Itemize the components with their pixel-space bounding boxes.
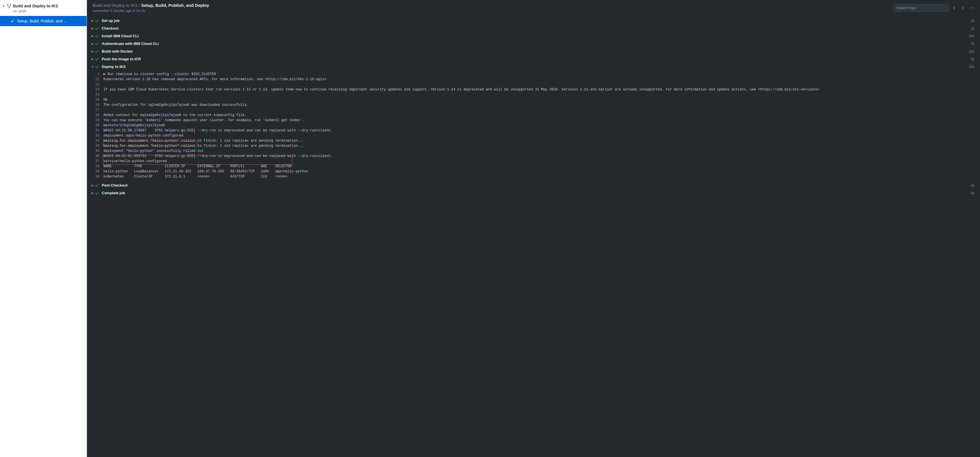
line-text: The configuration for bq1sm2gd0sjtps7ajo… <box>103 102 974 107</box>
line-text <box>103 92 974 97</box>
check-icon <box>95 50 100 53</box>
line-text: NAME TYPE CLUSTER-IP EXTERNAL-IP PORT(S)… <box>103 164 974 169</box>
log-line: 38NAME TYPE CLUSTER-IP EXTERNAL-IP PORT(… <box>87 164 980 169</box>
check-icon <box>95 184 100 187</box>
line-number: 34 <box>87 143 103 149</box>
search-input[interactable] <box>893 4 949 12</box>
line-text: Waiting for deployment "hello-python" ro… <box>103 138 974 143</box>
step-name: Install IBM Cloud CLI <box>100 34 969 38</box>
step-row[interactable]: ▶Install IBM Cloud CLI15s <box>87 32 980 40</box>
check-icon <box>10 19 14 23</box>
line-number: 23 <box>87 87 103 92</box>
run-status-line: succeeded 5 minutes ago in 1m 8s <box>92 9 890 13</box>
log-line: 25OK <box>87 97 980 102</box>
step-row[interactable]: ▶Complete job0s <box>87 189 980 197</box>
step-row[interactable]: ▼Deploy to IKS16s <box>87 63 980 70</box>
step-duration: 7s <box>970 42 974 46</box>
log-line: 32deployment.apps/hello-python configure… <box>87 133 980 138</box>
check-icon <box>95 26 100 30</box>
step-row[interactable]: ▶Set up job2s <box>87 17 980 24</box>
step-name: Authenticate with IBM Cloud CLI <box>100 42 970 46</box>
step-row[interactable]: ▶Authenticate with IBM Cloud CLI7s <box>87 40 980 48</box>
caret-down-icon: ▼ <box>90 65 95 68</box>
caret-right-icon: ▶ <box>90 192 95 195</box>
log-line: 28Added context for bq1sm2gd0sjtps7ajoa0… <box>87 113 980 118</box>
step-row[interactable]: ▶Post Checkout0s <box>87 181 980 189</box>
step-duration: 15s <box>969 34 974 38</box>
line-text: ▶ Run ibmcloud ks cluster config --clust… <box>103 72 974 77</box>
step-duration: 2s <box>970 19 974 23</box>
kebab-icon[interactable]: ··· <box>969 6 974 10</box>
breadcrumb-root[interactable]: Build and Deploy to IKS <box>92 3 137 8</box>
line-text: Kubernetes version 1.16 has removed depr… <box>103 77 974 82</box>
workflow-sidebar: ▼ Build and Deploy to IKS on: push Setup… <box>0 0 87 457</box>
log-line: 22 <box>87 82 980 87</box>
log-line: 1▶ Run ibmcloud ks cluster config --clus… <box>87 72 980 77</box>
next-icon[interactable] <box>961 6 966 10</box>
log-line: 35deployment "hello-python" successfully… <box>87 149 980 153</box>
main-header: Build and Deploy to IKS / Setup, Build, … <box>87 0 980 16</box>
line-text: service/hello-python configured <box>103 159 974 164</box>
line-number: 40 <box>87 174 103 179</box>
log-line: 36W0423 04:22:01.653732 3792 helpers.go:… <box>87 153 980 159</box>
line-number: 38 <box>87 164 103 169</box>
check-icon <box>95 34 100 38</box>
svg-point-2 <box>8 7 10 8</box>
log-line: 23If you have IBM Cloud Kubernetes Servi… <box>87 87 980 92</box>
step-name: Set up job <box>100 19 970 23</box>
line-number: 22 <box>87 82 103 87</box>
workflow-icon <box>7 4 11 8</box>
log-line: 37service/hello-python configured <box>87 159 980 164</box>
step-duration: 0s <box>970 184 974 187</box>
line-text <box>103 107 974 113</box>
line-number: 39 <box>87 169 103 174</box>
step-name: Post Checkout <box>100 183 970 187</box>
breadcrumb: Build and Deploy to IKS / Setup, Build, … <box>92 3 890 8</box>
line-text: kubernetes ClusterIP 172.21.0.1 <none> 4… <box>103 174 974 179</box>
line-text <box>103 82 974 87</box>
breadcrumb-current: Setup, Build, Publish, and Deploy <box>141 3 209 8</box>
main-panel: Build and Deploy to IKS / Setup, Build, … <box>87 0 980 457</box>
line-text: OK <box>103 97 974 102</box>
line-number: 36 <box>87 153 103 159</box>
steps-list: ▶Set up job2s▶Checkout1s▶Install IBM Clo… <box>87 16 980 208</box>
line-text: markstur2/bq1sm2gd0sjtps7ajoa0 <box>103 123 974 128</box>
step-row[interactable]: ▶Checkout1s <box>87 24 980 32</box>
caret-right-icon: ▶ <box>90 50 95 53</box>
log-line: 24 <box>87 92 980 97</box>
step-name: Deploy to IKS <box>100 65 969 69</box>
caret-right-icon: ▶ <box>90 58 95 61</box>
line-number: 25 <box>87 97 103 102</box>
line-number: 32 <box>87 133 103 138</box>
step-row[interactable]: ▶Build with Docker22s <box>87 48 980 55</box>
step-row[interactable]: ▶Push the image to ICR5s <box>87 55 980 63</box>
sidebar-job-item[interactable]: Setup, Build, Publish, and ... <box>0 16 87 26</box>
line-text: deployment "hello-python" successfully r… <box>103 149 974 153</box>
prev-icon[interactable] <box>952 6 957 10</box>
check-icon <box>95 191 100 195</box>
log-line: 39hello-python LoadBalancer 172.21.49.20… <box>87 169 980 174</box>
caret-right-icon: ▶ <box>90 34 95 38</box>
line-text: deployment.apps/hello-python configured <box>103 133 974 138</box>
line-number: 35 <box>87 149 103 153</box>
line-number: 27 <box>87 107 103 113</box>
line-text: hello-python LoadBalancer 172.21.49.201 … <box>103 169 974 174</box>
log-output: 1▶ Run ibmcloud ks cluster config --clus… <box>87 70 980 181</box>
caret-right-icon: ▶ <box>90 42 95 45</box>
line-number: 33 <box>87 138 103 143</box>
line-number: 31 <box>87 128 103 133</box>
line-text: W0423 04:21:56.270087 3761 helpers.go:53… <box>103 128 974 133</box>
line-text: You can now execute 'kubectl' commands a… <box>103 118 974 123</box>
line-number: 26 <box>87 102 103 107</box>
caret-right-icon: ▶ <box>90 19 95 22</box>
step-duration: 16s <box>969 65 974 69</box>
step-name: Push the image to ICR <box>100 57 970 61</box>
svg-point-1 <box>10 4 11 5</box>
check-icon <box>95 42 100 46</box>
line-number: 37 <box>87 159 103 164</box>
log-line: 34Waiting for deployment "hello-python" … <box>87 143 980 149</box>
caret-right-icon: ▶ <box>90 27 95 30</box>
step-duration: 1s <box>970 26 974 30</box>
log-line: 27 <box>87 107 980 113</box>
workflow-header[interactable]: ▼ Build and Deploy to IKS on: push <box>0 0 87 16</box>
